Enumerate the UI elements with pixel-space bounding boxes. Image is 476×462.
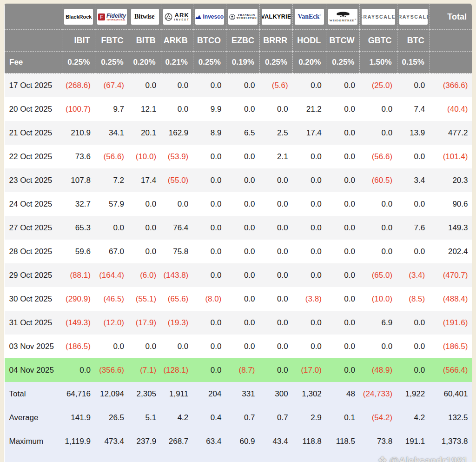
ticker-cell: BITB bbox=[129, 30, 161, 52]
value-cell: (290.9) bbox=[62, 287, 95, 311]
value-cell: 0.0 bbox=[161, 335, 193, 358]
blackrock-logo: BlackRock bbox=[64, 9, 93, 25]
date-cell: 23 Oct 2025 bbox=[5, 168, 62, 192]
ticker-total-blank-cell bbox=[430, 30, 472, 52]
value-cell: 0.0 bbox=[293, 216, 326, 240]
date-cell: 30 Oct 2025 bbox=[5, 287, 62, 311]
summary-value-cell: 118.5 bbox=[326, 429, 360, 453]
summary-value-cell: 1,119.9 bbox=[62, 429, 95, 453]
value-cell: 0.0 bbox=[95, 216, 129, 240]
summary-value-cell: (642.5) bbox=[360, 453, 397, 462]
value-cell: 0.0 bbox=[193, 192, 226, 216]
value-cell: 0.0 bbox=[326, 145, 360, 168]
value-cell: 0.0 bbox=[397, 74, 430, 98]
summary-total-cell: 1,373.8 bbox=[430, 429, 472, 453]
value-cell: 0.0 bbox=[226, 192, 259, 216]
ark-logo-text: ARK bbox=[174, 12, 190, 18]
summary-value-cell: (327.9) bbox=[161, 453, 193, 462]
summary-value-cell: (53.8) bbox=[326, 453, 360, 462]
value-cell: 0.0 bbox=[293, 192, 326, 216]
summary-total-cell: 60,401 bbox=[430, 382, 472, 406]
value-cell: 0.0 bbox=[193, 74, 226, 98]
table-header: BlackRockFFidelityINTERNATIONALBitwise˚A… bbox=[5, 4, 473, 74]
value-cell: 0.0 bbox=[326, 287, 360, 311]
summary-value-cell: (280.7) bbox=[129, 453, 161, 462]
value-cell: (8.7) bbox=[226, 358, 259, 382]
summary-value-cell: 12,094 bbox=[95, 382, 129, 406]
vaneck-logo-text: VanEck® bbox=[298, 13, 321, 20]
provider-logo-cell: GRAYSCALE® bbox=[397, 4, 430, 30]
ticker-cell: FBTC bbox=[95, 30, 129, 52]
provider-logo-cell: FRANKLINTEMPLETON bbox=[226, 4, 259, 30]
value-cell: 57.9 bbox=[95, 192, 129, 216]
value-cell: 9.7 bbox=[95, 97, 129, 121]
value-cell: 0.0 bbox=[260, 240, 293, 263]
row-total-cell: (40.4) bbox=[430, 97, 472, 121]
value-cell: 0.0 bbox=[360, 192, 397, 216]
value-cell: 8.9 bbox=[193, 121, 226, 145]
provider-logo-cell: Bitwise˚ bbox=[129, 4, 161, 30]
summary-value-cell: 1,302 bbox=[293, 382, 326, 406]
date-cell: 20 Oct 2025 bbox=[5, 97, 62, 121]
grayscale-logo: GRAYSCALE® bbox=[399, 9, 428, 25]
provider-logo-cell: Invesco bbox=[193, 4, 226, 30]
value-cell: 0.0 bbox=[260, 263, 293, 287]
value-cell: (88.1) bbox=[62, 263, 95, 287]
value-cell: 34.1 bbox=[95, 121, 129, 145]
value-cell: 0.0 bbox=[293, 168, 326, 192]
value-cell: 0.0 bbox=[226, 311, 259, 335]
value-cell: 2.1 bbox=[260, 145, 293, 168]
value-cell: 65.3 bbox=[62, 216, 95, 240]
value-cell: 0.0 bbox=[397, 358, 430, 382]
ticker-cell: BRRR bbox=[260, 30, 293, 52]
value-cell: (10.0) bbox=[360, 287, 397, 311]
fee-total-blank-cell bbox=[430, 52, 472, 74]
table-row: 27 Oct 202565.30.00.076.40.00.00.00.00.0… bbox=[5, 216, 473, 240]
value-cell: (25.0) bbox=[360, 74, 397, 98]
table-row: 31 Oct 2025(149.3)(12.0)(17.9)(19.3)0.00… bbox=[5, 311, 473, 335]
summary-value-cell: 0.7 bbox=[226, 406, 259, 429]
ticker-cell: ARKB bbox=[161, 30, 193, 52]
value-cell: 0.0 bbox=[260, 97, 293, 121]
value-cell: 0.0 bbox=[260, 192, 293, 216]
summary-value-cell: 204 bbox=[193, 382, 226, 406]
summary-total-cell: 132.5 bbox=[430, 406, 472, 429]
value-cell: 0.0 bbox=[260, 287, 293, 311]
franklin-head-icon bbox=[229, 14, 235, 20]
summary-value-cell: 141.9 bbox=[62, 406, 95, 429]
value-cell: (143.8) bbox=[161, 263, 193, 287]
value-cell: (164.4) bbox=[95, 263, 129, 287]
value-cell: (10.0) bbox=[129, 145, 161, 168]
table-row: 20 Oct 2025(100.7)9.712.10.09.90.00.021.… bbox=[5, 97, 473, 121]
summary-value-cell: 191.1 bbox=[397, 429, 430, 453]
row-total-cell: (566.4) bbox=[430, 358, 472, 382]
row-total-cell: (186.5) bbox=[430, 335, 472, 358]
value-cell: 0.0 bbox=[193, 216, 226, 240]
summary-value-cell: (74.1) bbox=[226, 453, 259, 462]
value-cell: 0.0 bbox=[360, 121, 397, 145]
corner-cell bbox=[5, 4, 62, 30]
value-cell: 0.0 bbox=[326, 335, 360, 358]
valkyrie-logo-text: VALKYRIE bbox=[262, 13, 291, 20]
bitwise-logo: Bitwise˚ bbox=[131, 9, 159, 25]
value-cell: (100.7) bbox=[62, 97, 95, 121]
value-cell: 0.0 bbox=[129, 335, 161, 358]
ark-logo-subtext: INVEST bbox=[174, 19, 190, 21]
fidelity-logo-icon: F bbox=[98, 13, 105, 20]
table-row: 24 Oct 202532.757.90.00.00.00.00.00.00.0… bbox=[5, 192, 473, 216]
provider-logo-cell: WISDOMTREE® bbox=[326, 4, 360, 30]
summary-value-cell: (356.6) bbox=[95, 453, 129, 462]
value-cell: (5.6) bbox=[260, 74, 293, 98]
summary-row: Maximum1,119.9473.4237.9268.763.460.943.… bbox=[5, 429, 473, 453]
summary-value-cell: 73.8 bbox=[360, 429, 397, 453]
value-cell: (356.6) bbox=[95, 358, 129, 382]
fidelity-logo: FFidelityINTERNATIONAL bbox=[97, 9, 126, 25]
ticker-cell: IBIT bbox=[62, 30, 95, 52]
value-cell: (48.9) bbox=[360, 358, 397, 382]
value-cell: 0.0 bbox=[260, 358, 293, 382]
value-cell: 59.6 bbox=[62, 240, 95, 263]
value-cell: 0.0 bbox=[397, 311, 430, 335]
value-cell: 17.4 bbox=[129, 168, 161, 192]
fee-cell: 0.25% bbox=[95, 52, 129, 74]
grayscale-logo-text: GRAYSCALE® bbox=[399, 14, 428, 20]
